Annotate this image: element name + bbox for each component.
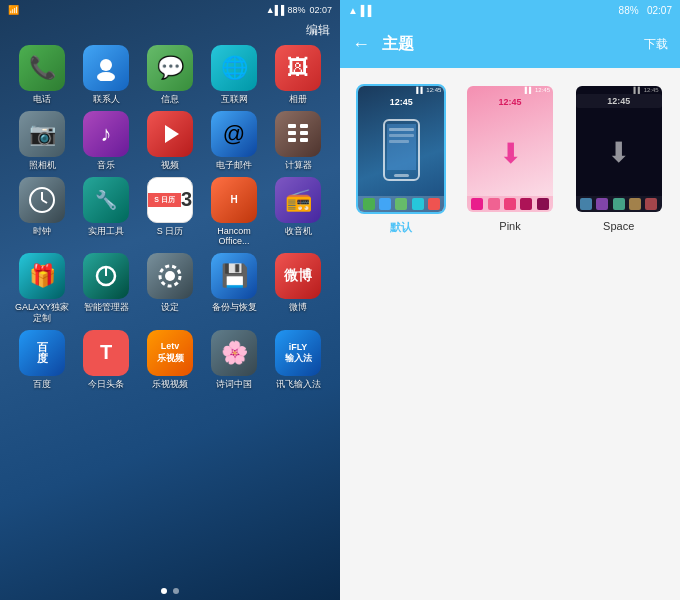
svg-rect-18 <box>394 174 409 177</box>
app-baidu[interactable]: 百度 百度 <box>13 330 71 390</box>
svg-marker-2 <box>165 125 179 143</box>
edit-label: 编辑 <box>306 23 330 37</box>
svg-rect-20 <box>389 134 414 137</box>
preview-space-img: ⬇ <box>576 108 662 196</box>
right-panel: ▲ ▌▌ 88% 02:07 ← 主题 下载 ▌▌ 12:45 12:45 <box>340 0 680 600</box>
app-row-4: 🎁 GALAXY独家定制 智能管理器 <box>10 253 330 324</box>
preview-pink-time: 12:45 <box>467 94 553 110</box>
app-messages[interactable]: 💬 信息 <box>141 45 199 105</box>
calendar-label: S 日历 <box>157 226 184 237</box>
app-music[interactable]: ♪ 音乐 <box>77 111 135 171</box>
back-button[interactable]: ← <box>352 34 370 55</box>
app-backup[interactable]: 💾 备份与恢复 <box>205 253 263 313</box>
page-dots <box>0 582 340 600</box>
app-settings[interactable]: 设定 <box>141 253 199 313</box>
svg-rect-4 <box>300 124 308 128</box>
toutiao-icon: T <box>83 330 129 376</box>
svg-point-1 <box>97 72 115 81</box>
clock-icon <box>19 177 65 223</box>
theme-card-pink[interactable]: ▌▌ 12:45 12:45 ⬇ <box>461 84 560 235</box>
smart-manager-icon <box>83 253 129 299</box>
music-icon: ♪ <box>83 111 129 157</box>
app-clock[interactable]: 时钟 <box>13 177 71 237</box>
right-status-icons: ▲ ▌▌ <box>348 5 375 16</box>
gallery-icon: 🖼 <box>275 45 321 91</box>
svg-rect-6 <box>300 131 308 135</box>
settings-label: 设定 <box>161 302 179 313</box>
camera-label: 照相机 <box>29 160 56 171</box>
svg-rect-21 <box>389 140 409 143</box>
preview-space-apps <box>576 196 662 212</box>
ifly-icon: iFLY输入法 <box>275 330 321 376</box>
right-battery-time: 88% 02:07 <box>619 5 672 16</box>
hancom-label: Hancom Office... <box>205 226 263 248</box>
app-video[interactable]: 视频 <box>141 111 199 171</box>
backup-icon: 💾 <box>211 253 257 299</box>
edit-button[interactable]: 编辑 <box>0 20 340 41</box>
radio-icon: 📻 <box>275 177 321 223</box>
hancom-icon: H <box>211 177 257 223</box>
app-row-2: 📷 照相机 ♪ 音乐 视频 @ 电子邮件 <box>10 111 330 171</box>
theme-title: 主题 <box>382 34 644 55</box>
app-row-1: 📞 电话 联系人 💬 信息 🌐 互联网 🖼 相册 <box>10 45 330 105</box>
calendar-icon: S 日历 3 <box>147 177 193 223</box>
email-icon: @ <box>211 111 257 157</box>
backup-label: 备份与恢复 <box>212 302 257 313</box>
app-galaxy[interactable]: 🎁 GALAXY独家定制 <box>13 253 71 324</box>
svg-rect-8 <box>300 138 308 142</box>
left-status-icons: 📶 <box>8 5 19 15</box>
left-panel: 📶 ▲ ▌▌ 88% 02:07 编辑 📞 电话 联系人 💬 信息 <box>0 0 340 600</box>
app-weibo[interactable]: 微博 微博 <box>269 253 327 313</box>
calculator-icon <box>275 111 321 157</box>
messages-icon: 💬 <box>147 45 193 91</box>
app-gallery[interactable]: 🖼 相册 <box>269 45 327 105</box>
left-time: 02:07 <box>309 5 332 15</box>
letv-label: 乐视视频 <box>152 379 188 390</box>
preview-space-statusbar: ▌▌ 12:45 <box>576 86 662 94</box>
left-signal-icon: ▌▌ <box>275 5 288 15</box>
theme-pink-label: Pink <box>499 220 520 232</box>
right-status-bar: ▲ ▌▌ 88% 02:07 <box>340 0 680 20</box>
app-internet[interactable]: 🌐 互联网 <box>205 45 263 105</box>
app-email[interactable]: @ 电子邮件 <box>205 111 263 171</box>
theme-content: ▌▌ 12:45 12:45 <box>340 68 680 600</box>
download-button[interactable]: 下载 <box>644 36 668 53</box>
smart-manager-label: 智能管理器 <box>84 302 129 313</box>
tools-icon: 🔧 <box>83 177 129 223</box>
app-phone[interactable]: 📞 电话 <box>13 45 71 105</box>
app-calculator[interactable]: 计算器 <box>269 111 327 171</box>
app-contacts[interactable]: 联系人 <box>77 45 135 105</box>
app-tools[interactable]: 🔧 实用工具 <box>77 177 135 237</box>
app-toutiao[interactable]: T 今日头条 <box>77 330 135 390</box>
preview-default-img <box>358 110 444 196</box>
theme-default-label: 默认 <box>390 220 412 235</box>
calculator-label: 计算器 <box>285 160 312 171</box>
app-poem[interactable]: 🌸 诗词中国 <box>205 330 263 390</box>
app-ifly[interactable]: iFLY输入法 讯飞输入法 <box>269 330 327 390</box>
poem-icon: 🌸 <box>211 330 257 376</box>
toutiao-label: 今日头条 <box>88 379 124 390</box>
app-camera[interactable]: 📷 照相机 <box>13 111 71 171</box>
gallery-label: 相册 <box>289 94 307 105</box>
contacts-label: 联系人 <box>93 94 120 105</box>
music-label: 音乐 <box>97 160 115 171</box>
svg-rect-3 <box>288 124 296 128</box>
tools-label: 实用工具 <box>88 226 124 237</box>
app-letv[interactable]: Letv乐视频 乐视视频 <box>141 330 199 390</box>
galaxy-label: GALAXY独家定制 <box>13 302 71 324</box>
clock-label: 时钟 <box>33 226 51 237</box>
video-icon <box>147 111 193 157</box>
camera-icon: 📷 <box>19 111 65 157</box>
right-header: ← 主题 下载 <box>340 20 680 68</box>
preview-pink-img: ⬇ <box>467 110 553 196</box>
app-smart-manager[interactable]: 智能管理器 <box>77 253 135 313</box>
app-hancom[interactable]: H Hancom Office... <box>205 177 263 248</box>
preview-default-statusbar: ▌▌ 12:45 <box>358 86 444 94</box>
internet-label: 互联网 <box>221 94 248 105</box>
app-radio[interactable]: 📻 收音机 <box>269 177 327 237</box>
theme-card-default[interactable]: ▌▌ 12:45 12:45 <box>352 84 451 235</box>
theme-card-space[interactable]: ▌▌ 12:45 12:45 ⬇ <box>569 84 668 235</box>
app-calendar[interactable]: S 日历 3 S 日历 <box>141 177 199 237</box>
svg-rect-7 <box>288 138 296 142</box>
phone-icon: 📞 <box>19 45 65 91</box>
